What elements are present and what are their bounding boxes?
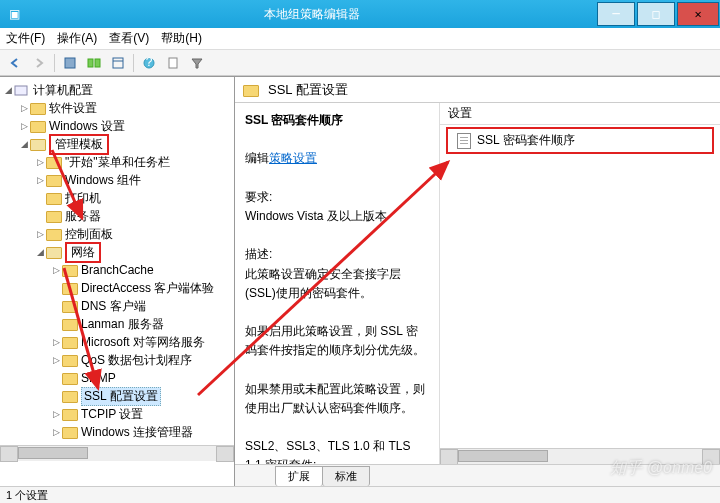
forward-button[interactable]: [28, 52, 50, 74]
tab-extended[interactable]: 扩展: [275, 466, 323, 486]
tree-software-settings[interactable]: ▷软件设置: [0, 99, 234, 117]
back-button[interactable]: [4, 52, 26, 74]
status-bar: 1 个设置: [0, 486, 720, 503]
tree-lanman[interactable]: Lanman 服务器: [0, 315, 234, 333]
svg-rect-2: [95, 59, 100, 67]
tree-control-panel[interactable]: ▷控制面板: [0, 225, 234, 243]
tree-network[interactable]: ◢网络: [0, 243, 234, 261]
tree-microsoft-peer[interactable]: ▷Microsoft 对等网络服务: [0, 333, 234, 351]
menu-file[interactable]: 文件(F): [6, 30, 45, 47]
tab-standard[interactable]: 标准: [322, 466, 370, 486]
edit-policy-link[interactable]: 策略设置: [269, 151, 317, 165]
menubar: 文件(F) 操作(A) 查看(V) 帮助(H): [0, 28, 720, 50]
maximize-button[interactable]: □: [637, 2, 675, 26]
svg-rect-1: [88, 59, 93, 67]
toolbar: ?: [0, 50, 720, 76]
svg-rect-8: [15, 86, 27, 95]
tree-ssl-config[interactable]: SSL 配置设置: [0, 387, 234, 405]
menu-action[interactable]: 操作(A): [57, 30, 97, 47]
settings-list[interactable]: 设置 SSL 密码套件顺序: [440, 103, 720, 464]
toolbar-icon-5[interactable]: [162, 52, 184, 74]
tree-windows-settings[interactable]: ▷Windows 设置: [0, 117, 234, 135]
minimize-button[interactable]: ─: [597, 2, 635, 26]
tree-snmp[interactable]: SNMP: [0, 369, 234, 387]
right-header-title: SSL 配置设置: [268, 81, 348, 99]
filter-icon[interactable]: [186, 52, 208, 74]
tree-branchcache[interactable]: ▷BranchCache: [0, 261, 234, 279]
tree-root[interactable]: ◢ 计算机配置: [0, 81, 234, 99]
list-item-ssl-cipher[interactable]: SSL 密码套件顺序: [449, 130, 711, 151]
toolbar-icon-1[interactable]: [59, 52, 81, 74]
tree-pane[interactable]: ◢ 计算机配置 ▷软件设置 ▷Windows 设置 ◢管理模板 ▷"开始"菜单和…: [0, 77, 235, 486]
list-column-header[interactable]: 设置: [440, 103, 720, 125]
tree-dns-client[interactable]: DNS 客户端: [0, 297, 234, 315]
toolbar-icon-3[interactable]: [107, 52, 129, 74]
menu-view[interactable]: 查看(V): [109, 30, 149, 47]
tree-qos[interactable]: ▷QoS 数据包计划程序: [0, 351, 234, 369]
window-title: 本地组策略编辑器: [28, 6, 596, 23]
right-header: SSL 配置设置: [235, 77, 720, 103]
tree-windows-components[interactable]: ▷Windows 组件: [0, 171, 234, 189]
tree-hscroll[interactable]: [0, 445, 234, 461]
app-icon: ▣: [0, 7, 28, 21]
watermark: 知乎 @onme0: [610, 458, 712, 479]
help-icon[interactable]: ?: [138, 52, 160, 74]
menu-help[interactable]: 帮助(H): [161, 30, 202, 47]
svg-rect-7: [169, 58, 177, 68]
titlebar: ▣ 本地组策略编辑器 ─ □ ✕: [0, 0, 720, 28]
close-button[interactable]: ✕: [677, 2, 719, 26]
tree-tcpip[interactable]: ▷TCPIP 设置: [0, 405, 234, 423]
svg-text:?: ?: [146, 56, 153, 69]
svg-rect-0: [65, 58, 75, 68]
tree-printer[interactable]: 打印机: [0, 189, 234, 207]
document-icon: [457, 133, 471, 149]
description-pane: SSL 密码套件顺序 编辑策略设置 要求: Windows Vista 及以上版…: [235, 103, 440, 464]
tree-server[interactable]: 服务器: [0, 207, 234, 225]
tree-start-menu[interactable]: ▷"开始"菜单和任务栏: [0, 153, 234, 171]
toolbar-icon-2[interactable]: [83, 52, 105, 74]
right-pane: SSL 配置设置 SSL 密码套件顺序 编辑策略设置 要求: Windows V…: [235, 77, 720, 486]
desc-title: SSL 密码套件顺序: [245, 113, 343, 127]
tree-directaccess[interactable]: DirectAccess 客户端体验: [0, 279, 234, 297]
tree-windows-connmgr[interactable]: ▷Windows 连接管理器: [0, 423, 234, 441]
tree-admin-templates[interactable]: ◢管理模板: [0, 135, 234, 153]
svg-rect-3: [113, 58, 123, 68]
